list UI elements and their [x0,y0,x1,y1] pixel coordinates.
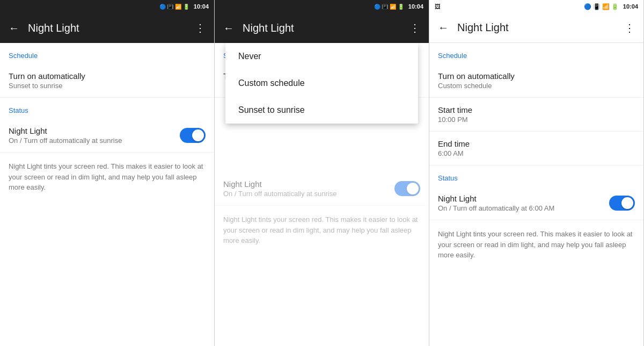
panel3-status-icons-left: 🖼 [435,3,441,10]
panel3-more-icon[interactable]: ⋮ [624,21,635,34]
panel1-turn-on-secondary: Sunset to sunrise [9,82,85,90]
panel2-more-icon[interactable]: ⋮ [409,21,420,34]
panel1-title: Night Light [28,22,195,34]
panel3-end-time-primary: End time [438,139,635,148]
panel1-turn-on-primary: Turn on automatically [9,71,85,81]
panel2-dropdown-never[interactable]: Never [225,43,418,70]
panel2-dropdown-custom[interactable]: Custom schedule [225,70,418,97]
panel1-turn-on-text-group: Turn on automatically Sunset to sunrise [9,71,85,90]
panel2-back-icon[interactable]: ← [223,22,234,34]
panel2-app-bar: ← Night Light ⋮ [215,13,429,43]
panel2-toggle-container [394,181,420,196]
panel3-night-light-secondary: On / Turn off automatically at 6:00 AM [438,204,554,212]
panel1-app-bar: ← Night Light ⋮ [0,13,214,43]
panel1-info-text: Night Light tints your screen red. This … [0,153,214,201]
panel2-dropdown: Never Custom schedule Sunset to sunrise [225,43,418,124]
panel1-night-light-primary: Night Light [9,126,122,135]
panel1-back-icon[interactable]: ← [9,22,19,34]
panel3-night-light-text-group: Night Light On / Turn off automatically … [438,194,554,212]
panel2-night-light-toggle[interactable] [394,181,420,196]
panel2-lower-content: Night Light On / Turn off automatically … [215,172,429,346]
panel1-status-label: Status [0,98,214,119]
panel1-night-light-text-group: Night Light On / Turn off automatically … [9,126,122,145]
panel3-title: Night Light [457,21,624,34]
panel1-toggle-container [180,128,206,143]
panel1-more-icon[interactable]: ⋮ [195,21,206,34]
panel3-back-icon[interactable]: ← [438,21,449,34]
panel1-night-light-toggle[interactable] [180,128,206,143]
panel3-night-light-toggle[interactable] [609,196,635,211]
panel1-night-light-secondary: On / Turn off automatically at sunrise [9,136,122,145]
panel3-schedule-label: Schedule [429,43,643,64]
panel3-start-time-primary: Start time [438,105,635,114]
panel3: 🖼 🔵 📳 📶 🔋 10:04 ← Night Light ⋮ Schedule… [429,0,644,346]
panel3-end-time-item[interactable]: End time 6:00 AM [429,132,643,165]
panel1-content: Schedule Turn on automatically Sunset to… [0,43,214,346]
panel2-status-icons: 🔵 📳 📶 🔋 [374,4,404,10]
panel3-start-time-secondary: 10:00 PM [438,116,635,124]
panel2-night-light-primary: Night Light [223,179,336,189]
panel2-status-bar: 🔵 📳 📶 🔋 10:04 [215,0,429,13]
panel3-time: 10:04 [623,3,638,10]
panel2-night-light-text-group: Night Light On / Turn off automatically … [223,179,336,198]
panel3-turn-on-secondary: Custom schedule [438,82,635,90]
panel3-turn-on-primary: Turn on automatically [438,71,635,81]
panel1-turn-on-item[interactable]: Turn on automatically Sunset to sunrise [0,64,214,98]
panel2: 🔵 📳 📶 🔋 10:04 ← Night Light ⋮ Schedule T… [215,0,429,346]
panel3-end-time-secondary: 6:00 AM [438,149,635,157]
panel3-status-label: Status [429,165,643,186]
panel3-app-bar: ← Night Light ⋮ [429,13,643,43]
panel1-night-light-item[interactable]: Night Light On / Turn off automatically … [0,119,214,153]
panel2-info-text: Night Light tints your screen red. This … [215,206,429,255]
panel2-night-light-secondary: On / Turn off automatically at sunrise [223,190,336,198]
panel1: 🔵 📳 📶 🔋 10:04 ← Night Light ⋮ Schedule T… [0,0,215,346]
panel2-night-light-item[interactable]: Night Light On / Turn off automatically … [215,172,429,206]
panel3-night-light-primary: Night Light [438,194,554,203]
panel2-time: 10:04 [408,3,423,10]
panel1-time: 10:04 [194,3,209,10]
panel1-schedule-label: Schedule [0,43,214,64]
panel1-status-bar: 🔵 📳 📶 🔋 10:04 [0,0,214,13]
panel3-status-bar: 🖼 🔵 📳 📶 🔋 10:04 [429,0,643,13]
panel3-start-time-item[interactable]: Start time 10:00 PM [429,98,643,132]
panel3-info-text: Night Light tints your screen red. This … [429,220,643,269]
panel3-toggle-container [609,196,635,211]
panel3-turn-on-item[interactable]: Turn on automatically Custom schedule [429,64,643,98]
panel2-dropdown-sunset[interactable]: Sunset to sunrise [225,97,418,124]
panel1-status-icons: 🔵 📳 📶 🔋 [159,4,189,10]
panel3-night-light-item[interactable]: Night Light On / Turn off automatically … [429,186,643,220]
panel3-status-icons-right: 🔵 📳 📶 🔋 10:04 [584,3,638,10]
panel3-content: Schedule Turn on automatically Custom sc… [429,43,643,346]
panel2-title: Night Light [243,22,409,34]
